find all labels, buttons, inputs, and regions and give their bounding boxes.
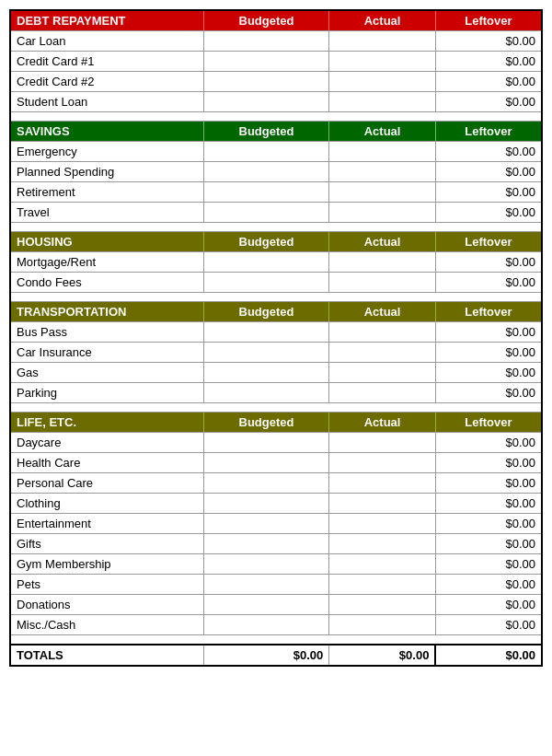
item-budgeted[interactable]: [203, 52, 329, 72]
item-actual[interactable]: [329, 433, 436, 453]
item-budgeted[interactable]: [203, 595, 329, 615]
item-budgeted[interactable]: [203, 615, 329, 635]
item-actual[interactable]: [329, 72, 436, 92]
item-leftover: $0.00: [435, 595, 542, 615]
item-name: Credit Card #1: [10, 52, 203, 72]
item-leftover: $0.00: [435, 494, 542, 514]
item-name: Pets: [10, 575, 203, 595]
item-leftover: $0.00: [435, 615, 542, 635]
savings-header-row: SAVINGS Budgeted Actual Leftover: [10, 122, 542, 142]
item-name: Personal Care: [10, 473, 203, 494]
item-budgeted[interactable]: [203, 453, 329, 473]
item-budgeted[interactable]: [203, 534, 329, 554]
item-actual[interactable]: [329, 534, 436, 554]
item-name: Bus Pass: [10, 322, 203, 343]
item-budgeted[interactable]: [203, 514, 329, 534]
item-budgeted[interactable]: [203, 575, 329, 595]
item-actual[interactable]: [329, 322, 436, 343]
transportation-label: TRANSPORTATION: [10, 302, 203, 322]
item-actual[interactable]: [329, 615, 436, 635]
item-actual[interactable]: [329, 363, 436, 383]
item-actual[interactable]: [329, 343, 436, 363]
item-budgeted[interactable]: [203, 31, 329, 52]
item-actual[interactable]: [329, 554, 436, 575]
item-actual[interactable]: [329, 383, 436, 403]
item-budgeted[interactable]: [203, 252, 329, 273]
table-row: Gym Membership $0.00: [10, 554, 542, 575]
item-leftover: $0.00: [435, 52, 542, 72]
item-actual[interactable]: [329, 162, 436, 182]
savings-leftover-header: Leftover: [435, 122, 542, 142]
table-row: Retirement $0.00: [10, 182, 542, 203]
item-actual[interactable]: [329, 92, 436, 112]
totals-actual: $0.00: [329, 645, 436, 666]
item-actual[interactable]: [329, 514, 436, 534]
item-name: Travel: [10, 203, 203, 223]
item-actual[interactable]: [329, 252, 436, 273]
item-actual[interactable]: [329, 52, 436, 72]
item-leftover: $0.00: [435, 363, 542, 383]
item-leftover: $0.00: [435, 203, 542, 223]
table-row: Misc./Cash $0.00: [10, 615, 542, 635]
life-actual-header: Actual: [329, 413, 436, 433]
life-label: LIFE, ETC.: [10, 413, 203, 433]
spacer-row: [10, 112, 542, 122]
item-budgeted[interactable]: [203, 72, 329, 92]
item-budgeted[interactable]: [203, 142, 329, 162]
item-budgeted[interactable]: [203, 433, 329, 453]
item-name: Credit Card #2: [10, 72, 203, 92]
item-actual[interactable]: [329, 203, 436, 223]
item-budgeted[interactable]: [203, 92, 329, 112]
item-leftover: $0.00: [435, 162, 542, 182]
item-budgeted[interactable]: [203, 383, 329, 403]
totals-label: TOTALS: [10, 645, 203, 666]
transportation-header-row: TRANSPORTATION Budgeted Actual Leftover: [10, 302, 542, 322]
item-budgeted[interactable]: [203, 273, 329, 293]
housing-leftover-header: Leftover: [435, 232, 542, 252]
item-name: Condo Fees: [10, 273, 203, 293]
item-actual[interactable]: [329, 595, 436, 615]
budget-table: DEBT REPAYMENT Budgeted Actual Leftover …: [9, 9, 543, 667]
item-leftover: $0.00: [435, 383, 542, 403]
item-budgeted[interactable]: [203, 203, 329, 223]
item-leftover: $0.00: [435, 273, 542, 293]
debt-budgeted-header: Budgeted: [203, 10, 329, 31]
table-row: Planned Spending $0.00: [10, 162, 542, 182]
item-actual[interactable]: [329, 31, 436, 52]
item-actual[interactable]: [329, 453, 436, 473]
item-actual[interactable]: [329, 473, 436, 494]
item-leftover: $0.00: [435, 575, 542, 595]
item-budgeted[interactable]: [203, 162, 329, 182]
table-row: Credit Card #2 $0.00: [10, 72, 542, 92]
item-name: Gym Membership: [10, 554, 203, 575]
item-leftover: $0.00: [435, 72, 542, 92]
item-name: Entertainment: [10, 514, 203, 534]
item-budgeted[interactable]: [203, 343, 329, 363]
item-actual[interactable]: [329, 494, 436, 514]
item-budgeted[interactable]: [203, 322, 329, 343]
table-row: Car Insurance $0.00: [10, 343, 542, 363]
item-budgeted[interactable]: [203, 473, 329, 494]
table-row: Condo Fees $0.00: [10, 273, 542, 293]
item-actual[interactable]: [329, 182, 436, 203]
item-budgeted[interactable]: [203, 494, 329, 514]
housing-header-row: HOUSING Budgeted Actual Leftover: [10, 232, 542, 252]
table-row: Personal Care $0.00: [10, 473, 542, 494]
item-name: Car Loan: [10, 31, 203, 52]
item-actual[interactable]: [329, 273, 436, 293]
transportation-budgeted-header: Budgeted: [203, 302, 329, 322]
item-leftover: $0.00: [435, 252, 542, 273]
item-budgeted[interactable]: [203, 182, 329, 203]
item-budgeted[interactable]: [203, 363, 329, 383]
item-actual[interactable]: [329, 575, 436, 595]
totals-row: TOTALS $0.00 $0.00 $0.00: [10, 645, 542, 666]
table-row: Emergency $0.00: [10, 142, 542, 162]
table-row: Daycare $0.00: [10, 433, 542, 453]
item-budgeted[interactable]: [203, 554, 329, 575]
totals-budgeted: $0.00: [203, 645, 329, 666]
table-row: Gifts $0.00: [10, 534, 542, 554]
debt-repayment-label: DEBT REPAYMENT: [10, 10, 203, 31]
item-actual[interactable]: [329, 142, 436, 162]
item-leftover: $0.00: [435, 473, 542, 494]
item-name: Car Insurance: [10, 343, 203, 363]
